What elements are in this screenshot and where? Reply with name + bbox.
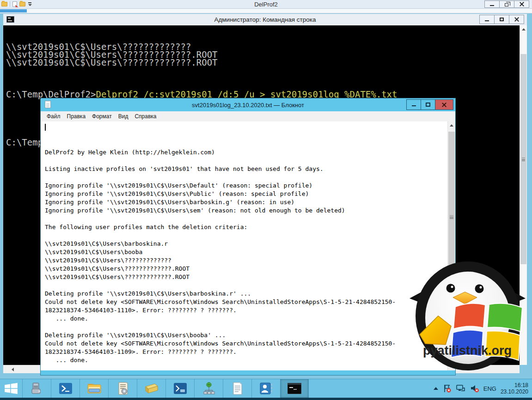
explorer-close-button[interactable] <box>514 0 529 8</box>
menu-item[interactable]: Формат <box>89 113 115 120</box>
scroll-up-button[interactable] <box>448 121 455 129</box>
clock-date: 23.10.2020 <box>501 388 528 395</box>
notepad-text-line <box>45 157 447 165</box>
cmd-close-button[interactable] <box>509 15 524 24</box>
notepad-text-line <box>45 281 447 290</box>
text-cursor <box>45 124 46 131</box>
cmd-window-title: Администратор: Командная строка <box>3 16 527 23</box>
notepad-text-line: ... done. <box>45 315 447 323</box>
notepad-maximize-button[interactable] <box>421 99 435 110</box>
notepad-text-line: Deleting profile '\\svt2019s01\C$\Users\… <box>45 290 447 298</box>
console-blank-line <box>6 67 520 74</box>
menu-item[interactable]: Файл <box>43 113 64 120</box>
arrow-left-icon <box>12 368 14 371</box>
taskbar-cmd-button[interactable] <box>280 379 309 398</box>
notepad-text-line: Ignoring profile '\\svt2019s01\C$\Users\… <box>45 198 447 206</box>
menu-item[interactable]: Справка <box>131 113 159 120</box>
menu-item[interactable]: Правка <box>64 113 89 120</box>
close-icon <box>520 2 524 6</box>
notepad-minimize-button[interactable] <box>406 99 421 110</box>
taskbar-ad-sites-button[interactable] <box>194 379 223 398</box>
scrollbar-grip-icon <box>450 215 453 219</box>
powershell-ise-icon <box>174 383 187 394</box>
notepad-text-line: Ignoring profile '\\svt2019s01\C$\Users\… <box>45 206 447 215</box>
cmd-minimize-button[interactable] <box>479 15 495 24</box>
action-center-flag-icon[interactable] <box>442 384 452 393</box>
language-indicator[interactable]: ENG <box>483 385 496 392</box>
minimize-icon <box>485 20 489 21</box>
notepad-vertical-scrollbar[interactable] <box>447 121 455 370</box>
notepad-text-line <box>45 323 447 331</box>
notepad-text-line: Could not delete key <SOFTWARE\Microsoft… <box>45 339 447 348</box>
arrow-up-icon <box>450 124 453 127</box>
notepad-text-line <box>45 231 447 240</box>
notepad-text-line: \\svt2019s01\C$\Users\????????????? <box>45 256 447 265</box>
notepad-text-line: \\svt2019s01\C$\Users\barboskina.r <box>45 240 447 248</box>
notepad-menubar: ФайлПравкаФорматВидСправка <box>41 111 455 121</box>
minimize-icon <box>490 5 494 6</box>
cmd-maximize-button[interactable] <box>494 15 509 24</box>
system-tray: ENG 16:18 23.10.2020 <box>434 379 530 398</box>
taskbar-file-explorer-button[interactable] <box>79 379 108 398</box>
notepad-text-line: \\svt2019s01\C$\Users\booba <box>45 248 447 256</box>
taskbar-ad-users-button[interactable] <box>251 379 280 398</box>
notepad-text-line <box>45 215 447 223</box>
notepad-text[interactable]: DelProf2 by Helge Klein (http://helgekle… <box>41 121 447 370</box>
taskbar-administrative-tools-button[interactable] <box>137 379 165 398</box>
ad-users-and-computers-icon <box>260 382 273 394</box>
show-hidden-icons-button[interactable] <box>434 387 438 390</box>
notepad-text-line: Ignoring profile '\\svt2019s01\C$\Users\… <box>45 182 447 190</box>
notepad-text-line: Deleting profile '\\svt2019s01\C$\Users\… <box>45 331 447 339</box>
cmd-titlebar[interactable]: Администратор: Командная строка <box>3 14 527 25</box>
close-icon <box>514 17 519 22</box>
scroll-left-button[interactable] <box>3 365 22 373</box>
taskbar-event-viewer-button[interactable] <box>108 379 137 398</box>
taskbar-server-manager-button[interactable] <box>22 379 51 398</box>
file-explorer-icon <box>87 383 101 394</box>
explorer-toolbar <box>0 9 532 13</box>
taskbar-powershell-ise-button[interactable] <box>165 379 194 398</box>
explorer-restore-button[interactable] <box>499 0 514 8</box>
explorer-minimize-button[interactable] <box>484 0 500 8</box>
volume-muted-icon[interactable] <box>470 384 479 393</box>
notepad-titlebar[interactable]: svt2019s01log_23.10.2020.txt — Блокнот <box>41 98 455 111</box>
administrative-tools-icon <box>145 383 159 394</box>
maximize-icon <box>500 18 504 21</box>
command-prompt-icon <box>287 383 301 394</box>
notepad-text-line: DelProf2 by Helge Klein (http://helgekle… <box>45 148 447 157</box>
notepad-text-line: Could not delete key <SOFTWARE\Microsoft… <box>45 298 447 306</box>
ad-sites-and-services-icon <box>203 382 215 395</box>
taskbar-powershell-button[interactable] <box>51 379 79 398</box>
notepad-text-line <box>45 364 447 370</box>
notepad-text-line: \\svt2019s01\C$\Users\?????????????.ROOT <box>45 265 447 273</box>
network-icon[interactable] <box>456 384 466 393</box>
event-viewer-icon <box>117 382 129 395</box>
windows-logo-icon <box>5 383 18 394</box>
notepad-text-line: Ignoring profile '\\svt2019s01\C$\Users\… <box>45 190 447 198</box>
notepad-edit-area[interactable]: DelProf2 by Helge Klein (http://helgekle… <box>41 121 455 370</box>
notepad-text-line: \\svt2019s01\C$\Users\?????????????.ROOT <box>45 273 447 281</box>
notepad-window-title: svt2019s01log_23.10.2020.txt — Блокнот <box>41 102 455 109</box>
close-icon <box>442 103 446 107</box>
minimize-icon <box>412 105 416 106</box>
explorer-window: DelProf2 <box>0 0 532 14</box>
menu-item[interactable]: Вид <box>115 113 132 120</box>
console-line: \\svt2019s01\C$\Users\?????????????.ROOT <box>6 59 520 67</box>
start-button[interactable] <box>0 379 22 398</box>
notepad-text-line: 1823218374-53464103-1110>. Error: ??????… <box>45 306 447 315</box>
scrollbar-grip-icon <box>522 158 525 161</box>
taskbar: ENG 16:18 23.10.2020 <box>0 379 532 400</box>
scroll-up-button[interactable] <box>520 25 527 33</box>
notepad-close-button[interactable] <box>435 99 453 110</box>
cmd-scrollbar-thumb[interactable] <box>520 54 526 264</box>
explorer-titlebar[interactable]: DelProf2 <box>0 0 532 9</box>
notepad-text-line: ... done. <box>45 356 447 364</box>
console-command-line: C:\Temp\DelProf2>Delprof2 /c:svt2019s01 … <box>6 91 520 98</box>
clock[interactable]: 16:18 23.10.2020 <box>501 382 530 395</box>
notepad-scrollbar-thumb[interactable] <box>448 132 455 303</box>
address-bar-progress <box>0 9 27 12</box>
notepad-text-line: 1823218374-53464103-1109>. Error: ??????… <box>45 348 447 356</box>
desktop: DelProf2 Администратор: Командная строка… <box>0 0 532 400</box>
cmd-vertical-scrollbar[interactable] <box>520 25 527 365</box>
taskbar-notepad-button[interactable] <box>223 379 251 398</box>
